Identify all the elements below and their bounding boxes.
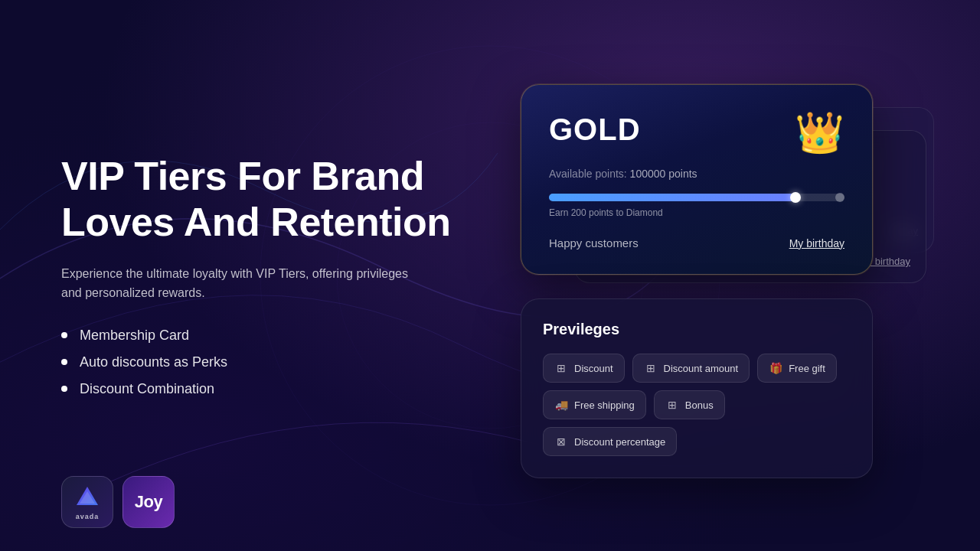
free-shipping-label: Free shipping xyxy=(574,399,635,411)
discount-amount-label: Discount amount xyxy=(664,363,739,374)
feature-list: Membership Card Auto discounts as Perks … xyxy=(61,328,459,397)
my-birthday-link[interactable]: My birthday xyxy=(789,237,844,249)
privilege-tags-container: ⊞ Discount ⊞ Discount amount 🎁 Free gift… xyxy=(543,354,851,456)
avada-icon xyxy=(74,484,101,511)
progress-label: Earn 200 points to Diamond xyxy=(549,207,844,218)
privilege-tag-discount[interactable]: ⊞ Discount xyxy=(543,354,625,383)
discount-icon: ⊞ xyxy=(554,361,568,375)
free-gift-label: Free gift xyxy=(789,363,825,374)
logo-strip: avada Joy xyxy=(61,476,175,528)
right-panel: 👻 rthday My birthday GOLD 👑 Available po… xyxy=(521,84,919,467)
points-text: Available points: 100000 points xyxy=(549,168,844,180)
progress-bar-container: Earn 200 points to Diamond xyxy=(549,194,844,218)
avada-label: avada xyxy=(76,513,100,520)
card-header: GOLD 👑 xyxy=(549,112,844,152)
subtitle-text: Experience the ultimate loyalty with VIP… xyxy=(61,264,413,303)
tier-name: GOLD xyxy=(549,112,641,147)
feature-item-3: Discount Combination xyxy=(61,381,459,397)
progress-fill xyxy=(549,194,797,201)
bonus-label: Bonus xyxy=(685,399,714,411)
discount-percentage-label: Discount percentage xyxy=(574,436,665,448)
content-wrapper: VIP Tiers For Brand Loves And Retention … xyxy=(0,0,980,551)
joy-logo[interactable]: Joy xyxy=(122,476,175,528)
main-heading: VIP Tiers For Brand Loves And Retention xyxy=(61,154,459,246)
privileges-card: Previleges ⊞ Discount ⊞ Discount amount … xyxy=(521,298,873,478)
avada-logo[interactable]: avada xyxy=(61,476,113,528)
discount-amount-icon: ⊞ xyxy=(644,361,658,375)
joy-label: Joy xyxy=(135,492,162,512)
happy-customers-text: Happy customers xyxy=(549,236,639,249)
privilege-tag-free-shipping[interactable]: 🚚 Free shipping xyxy=(543,390,646,419)
feature-item-1: Membership Card xyxy=(61,328,459,344)
discount-percentage-icon: ⊠ xyxy=(554,435,568,448)
privilege-tag-discount-percentage[interactable]: ⊠ Discount percentage xyxy=(543,427,677,456)
free-gift-icon: 🎁 xyxy=(769,361,782,375)
progress-end xyxy=(835,193,844,202)
progress-thumb xyxy=(790,192,801,203)
bonus-icon: ⊞ xyxy=(665,398,679,412)
free-shipping-icon: 🚚 xyxy=(554,398,568,412)
privilege-tag-free-gift[interactable]: 🎁 Free gift xyxy=(757,354,837,383)
privilege-tag-bonus[interactable]: ⊞ Bonus xyxy=(654,390,725,419)
progress-track xyxy=(549,194,844,201)
privilege-tag-discount-amount[interactable]: ⊞ Discount amount xyxy=(632,354,750,383)
discount-label: Discount xyxy=(574,363,613,374)
feature-item-2: Auto discounts as Perks xyxy=(61,354,459,370)
card-footer: Happy customers My birthday xyxy=(549,236,844,249)
crown-icon: 👑 xyxy=(795,112,844,152)
privileges-title: Previleges xyxy=(543,321,851,338)
left-panel: VIP Tiers For Brand Loves And Retention … xyxy=(61,154,459,397)
gold-card: GOLD 👑 Available points: 100000 points E… xyxy=(521,84,873,275)
